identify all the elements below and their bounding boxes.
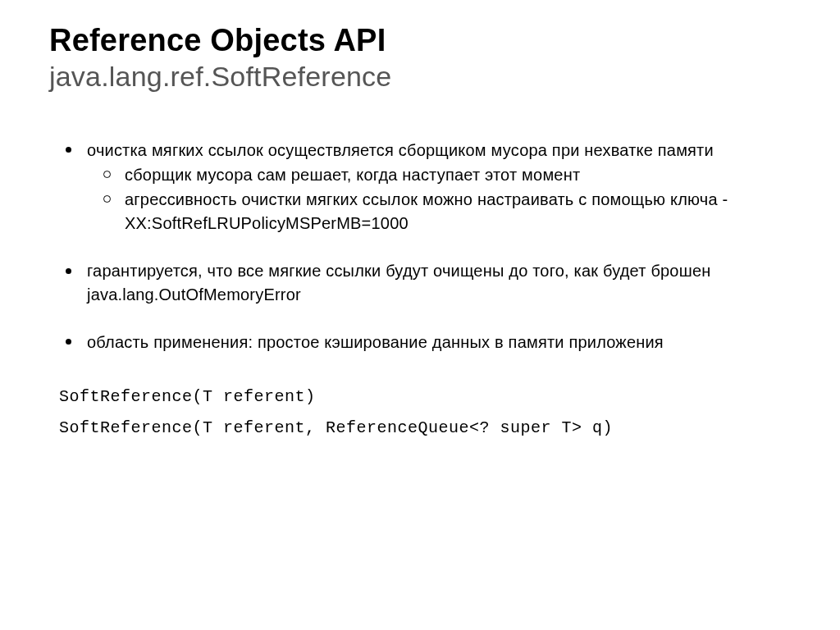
slide-title: Reference Objects API bbox=[49, 23, 791, 59]
code-line: SoftReference(T referent, ReferenceQueue… bbox=[59, 418, 613, 437]
code-block: SoftReference(T referent) SoftReference(… bbox=[49, 381, 791, 444]
list-item: сборщик мусора сам решает, когда наступа… bbox=[125, 163, 791, 186]
list-item: область применения: простое кэширование … bbox=[87, 331, 791, 354]
bullet-text: сборщик мусора сам решает, когда наступа… bbox=[125, 166, 580, 184]
bullet-text: гарантируется, что все мягкие ссылки буд… bbox=[87, 262, 711, 303]
list-item: гарантируется, что все мягкие ссылки буд… bbox=[87, 259, 791, 306]
bullet-list: очистка мягких ссылок осуществляется сбо… bbox=[49, 139, 791, 354]
slide: Reference Objects API java.lang.ref.Soft… bbox=[0, 0, 840, 477]
sub-bullet-list: сборщик мусора сам решает, когда наступа… bbox=[87, 163, 791, 235]
list-item: очистка мягких ссылок осуществляется сбо… bbox=[87, 139, 791, 235]
bullet-text: очистка мягких ссылок осуществляется сбо… bbox=[87, 141, 714, 159]
slide-subtitle: java.lang.ref.SoftReference bbox=[49, 61, 791, 93]
bullet-text: область применения: простое кэширование … bbox=[87, 333, 664, 351]
code-line: SoftReference(T referent) bbox=[59, 387, 316, 406]
bullet-text: агрессивность очистки мягких ссылок можн… bbox=[125, 190, 728, 231]
slide-body: очистка мягких ссылок осуществляется сбо… bbox=[49, 139, 791, 445]
list-item: агрессивность очистки мягких ссылок можн… bbox=[125, 188, 791, 235]
